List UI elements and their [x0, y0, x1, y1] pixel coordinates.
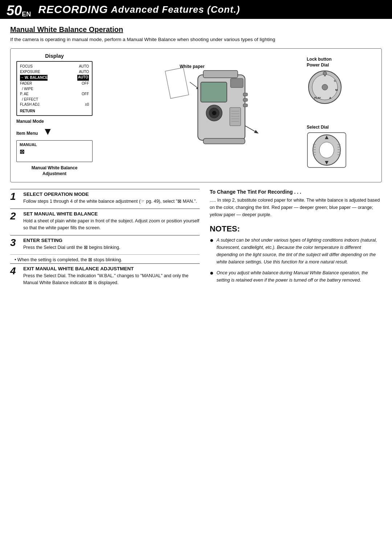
step-3: 3 ENTER SETTING Press the Select Dial un…	[10, 235, 200, 251]
step-1-body: Follow steps 1 through 4 of the white ba…	[23, 198, 197, 205]
power-dial-section: Lock button Power Dial S C M A PLAY	[307, 57, 343, 106]
svg-text:C: C	[334, 79, 336, 82]
step-2-body: Hold a sheet of plain white paper in fro…	[23, 218, 200, 231]
page-body: Manual White Balance Operation If the ca…	[0, 19, 392, 303]
select-dial-label: Select Dial	[307, 125, 347, 130]
svg-text:PLAY: PLAY	[314, 97, 321, 99]
manual-mode-label: Manual ModeItem Menu ▼	[16, 118, 93, 139]
note-2-bullet: ●	[210, 269, 214, 284]
page-header: 50EN RECORDING Advanced Features (Cont.)	[0, 0, 392, 19]
step-1-content: SELECT OPERATION MODE Follow steps 1 thr…	[23, 191, 197, 205]
svg-point-8	[212, 111, 216, 115]
svg-rect-10	[243, 98, 248, 101]
lock-button-label: Lock button Power Dial	[307, 57, 343, 68]
notes-section: NOTES: ● A subject can be shot under var…	[210, 224, 382, 284]
step-2: 2 SET MANUAL WHITE BALANCE Hold a sheet …	[10, 209, 200, 231]
svg-text:A: A	[329, 96, 331, 100]
svg-point-31	[319, 142, 334, 158]
page-title: RECORDING Advanced Features (Cont.)	[34, 0, 392, 19]
display-panel: Display FOCUSAUTO EXPOSUREAUTO →W. BALAN…	[16, 53, 93, 177]
step-4-number: 4	[10, 266, 20, 286]
step-3-title: ENTER SETTING	[23, 238, 120, 243]
svg-line-19	[245, 126, 258, 133]
camera-icon-small: ⊠	[20, 148, 89, 155]
notes-header: NOTES:	[210, 224, 382, 234]
select-dial-svg	[307, 132, 347, 168]
display-screen: FOCUSAUTO EXPOSUREAUTO →W. BALANCEAUTO F…	[16, 61, 93, 116]
step-4-title: EXIT MANUAL WHITE BALANCE ADJUSTMENT	[23, 266, 200, 271]
step-2-number: 2	[10, 211, 20, 231]
step-2-content: SET MANUAL WHITE BALANCE Hold a sheet of…	[23, 211, 200, 231]
svg-rect-12	[230, 108, 241, 126]
step-2-title: SET MANUAL WHITE BALANCE	[23, 211, 200, 217]
steps-left: 1 SELECT OPERATION MODE Follow steps 1 t…	[10, 189, 200, 290]
svg-point-27	[323, 72, 327, 75]
step-3-body: Press the Select Dial until the ⊠ begins…	[23, 244, 120, 251]
select-dial-section: Select Dial	[307, 125, 347, 168]
svg-rect-11	[243, 104, 248, 107]
display-return: RETURN	[20, 109, 89, 113]
white-paper-label: White paper	[180, 64, 205, 69]
step-3-number: 3	[10, 238, 20, 251]
steps-section: 1 SELECT OPERATION MODE Follow steps 1 t…	[10, 189, 382, 290]
manual-white-balance-label: Manual White BalanceAdjustment	[16, 165, 93, 177]
steps-right: To Change The Tint For Recording . . . .…	[210, 189, 382, 290]
camera-diagram: White paper	[136, 60, 260, 155]
page-number: 50EN	[0, 0, 34, 19]
camera-svg	[136, 60, 260, 158]
display-title: Display	[16, 53, 93, 59]
svg-text:M: M	[335, 88, 338, 92]
step-4: 4 EXIT MANUAL WHITE BALANCE ADJUSTMENT P…	[10, 263, 200, 286]
svg-rect-9	[243, 93, 248, 96]
svg-point-28	[322, 84, 328, 90]
step-4-body: Press the Select Dial. The indication "W…	[23, 273, 200, 286]
step-3-sub-bullet: • When the setting is completed, the ⊠ s…	[10, 254, 200, 263]
tint-body: ..... In step 2, substitute colored pape…	[210, 197, 382, 218]
controls-area: Lock button Power Dial S C M A PLAY	[303, 53, 376, 177]
tint-section: To Change The Tint For Recording . . . .…	[210, 189, 382, 218]
power-dial-svg: S C M A PLAY	[307, 69, 343, 105]
diagram-box: Display FOCUSAUTO EXPOSUREAUTO →W. BALAN…	[10, 48, 382, 182]
tint-title: To Change The Tint For Recording . . .	[210, 189, 382, 195]
svg-marker-0	[165, 68, 189, 98]
intro-text: If the camera is operating in manual mod…	[10, 36, 382, 43]
camera-area: White paper	[93, 53, 303, 177]
note-1: ● A subject can be shot under various ty…	[210, 237, 382, 266]
svg-rect-5	[201, 82, 227, 102]
step-1: 1 SELECT OPERATION MODE Follow steps 1 t…	[10, 189, 200, 205]
manual-text: MANUAL	[20, 142, 89, 147]
step-1-number: 1	[10, 191, 20, 205]
step-1-title: SELECT OPERATION MODE	[23, 191, 197, 197]
note-1-bullet: ●	[210, 237, 214, 266]
svg-rect-3	[203, 70, 238, 78]
svg-rect-18	[203, 138, 245, 144]
manual-menu-box: MANUAL ⊠	[16, 140, 93, 162]
notes-content: ● A subject can be shot under various ty…	[210, 237, 382, 284]
note-2: ● Once you adjust white balance during M…	[210, 269, 382, 284]
section-title: Manual White Balance Operation	[10, 25, 382, 34]
note-1-text: A subject can be shot under various type…	[217, 237, 382, 266]
step-3-content: ENTER SETTING Press the Select Dial unti…	[23, 238, 120, 251]
step-4-content: EXIT MANUAL WHITE BALANCE ADJUSTMENT Pre…	[23, 266, 200, 286]
svg-rect-4	[230, 78, 243, 88]
note-2-text: Once you adjust white balance during Man…	[217, 269, 382, 284]
